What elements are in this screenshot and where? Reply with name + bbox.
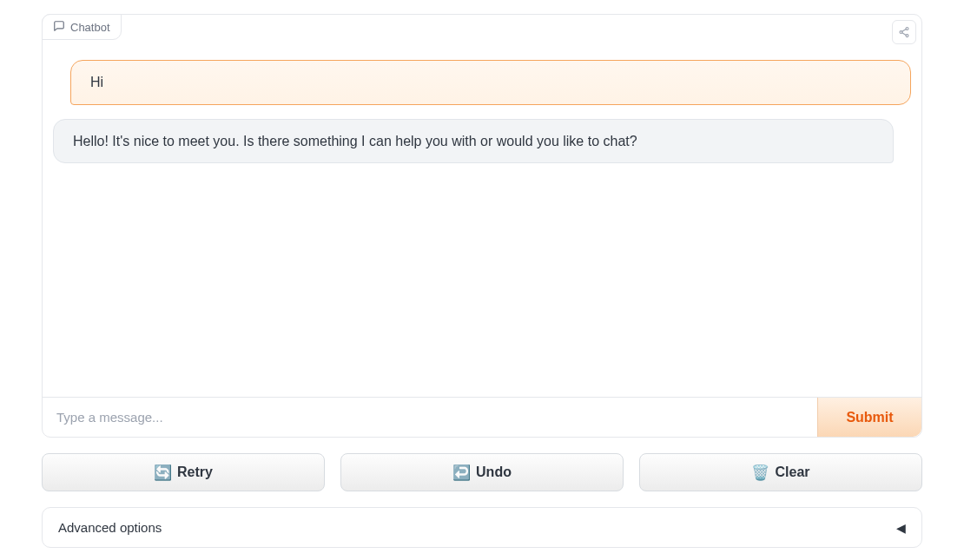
message-text: Hi (90, 75, 103, 89)
share-button[interactable] (892, 20, 916, 44)
svg-line-4 (902, 33, 906, 36)
advanced-options-label: Advanced options (58, 520, 162, 535)
share-icon (898, 26, 910, 38)
retry-icon: 🔄 (154, 465, 172, 480)
chat-card: Chatbot Hi Hello! It's nice to meet you.… (42, 14, 922, 438)
undo-icon: ↩️ (452, 465, 471, 480)
clear-icon: 🗑️ (751, 465, 769, 480)
caret-left-icon: ◀ (896, 521, 906, 535)
app-root: Chatbot Hi Hello! It's nice to meet you.… (0, 0, 964, 560)
undo-label: Undo (476, 464, 512, 480)
chatbot-tab[interactable]: Chatbot (42, 14, 122, 40)
clear-button[interactable]: 🗑️ Clear (639, 453, 922, 491)
submit-button[interactable]: Submit (817, 398, 921, 437)
message-user: Hi (70, 60, 911, 105)
retry-button[interactable]: 🔄 Retry (42, 453, 325, 491)
undo-button[interactable]: ↩️ Undo (340, 453, 624, 491)
messages-area: Hi Hello! It's nice to meet you. Is ther… (43, 15, 921, 397)
chatbot-tab-label: Chatbot (70, 22, 110, 33)
retry-label: Retry (177, 464, 213, 480)
action-row: 🔄 Retry ↩️ Undo 🗑️ Clear (42, 453, 922, 491)
chat-icon (53, 20, 65, 34)
message-input[interactable] (43, 398, 817, 437)
message-text: Hello! It's nice to meet you. Is there s… (73, 134, 637, 148)
clear-label: Clear (775, 464, 809, 480)
message-assistant: Hello! It's nice to meet you. Is there s… (53, 119, 894, 164)
input-row: Submit (43, 397, 921, 437)
advanced-options-toggle[interactable]: Advanced options ◀ (42, 507, 922, 548)
svg-line-3 (902, 30, 906, 32)
